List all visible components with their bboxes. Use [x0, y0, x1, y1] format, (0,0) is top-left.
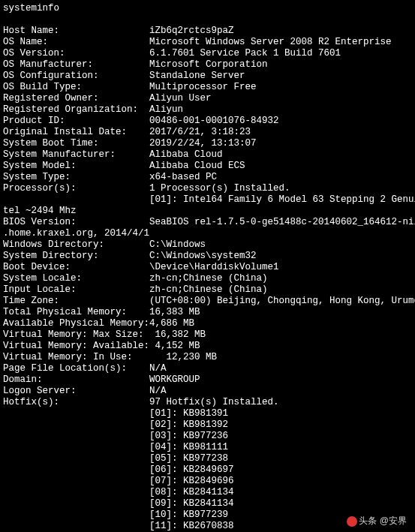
- hotfix-entry: [03]: KB977236: [3, 431, 412, 442]
- info-value: 00486-001-0001076-84932: [149, 116, 279, 127]
- info-row: Virtual Memory: In Use: 12,230 MB: [3, 352, 412, 363]
- info-value: (UTC+08:00) Beijing, Chongqing, Hong Kon…: [149, 296, 415, 307]
- info-label: System Model:: [3, 161, 149, 172]
- info-row: Available Physical Memory:4,686 MB: [3, 318, 412, 329]
- info-value: \Device\HarddiskVolume1: [149, 262, 279, 273]
- info-row: System Boot Time:2019/2/24, 13:13:07: [3, 138, 412, 149]
- watermark-text: 头条 @安界: [359, 515, 407, 526]
- hotfix-entry: [01]: KB981391: [3, 408, 412, 419]
- info-row: OS Build Type:Multiprocessor Free: [3, 82, 412, 93]
- info-label: OS Manufacturer:: [3, 59, 149, 71]
- info-value: Aliyun User: [149, 93, 212, 104]
- info-row: Windows Directory:C:\Windows: [3, 239, 412, 251]
- info-label: Windows Directory:: [3, 239, 149, 251]
- info-row: Input Locale:zh-cn;Chinese (China): [3, 284, 412, 296]
- info-label: Hotfix(s):: [3, 397, 149, 408]
- info-label: Registered Organization:: [3, 104, 149, 116]
- hotfix-list: [01]: KB981391[02]: KB981392[03]: KB9772…: [3, 408, 412, 532]
- info-row: OS Version:6.1.7601 Service Pack 1 Build…: [3, 48, 412, 59]
- info-row: Time Zone:(UTC+08:00) Beijing, Chongqing…: [3, 296, 412, 307]
- info-value: Aliyun: [149, 104, 183, 116]
- info-row: System Manufacturer:Alibaba Cloud: [3, 149, 412, 161]
- info-row: Domain:WORKGROUP: [3, 374, 412, 386]
- info-label: Virtual Memory: In Use:: [3, 352, 149, 363]
- info-row: Product ID:00486-001-0001076-84932: [3, 116, 412, 127]
- info-value: Alibaba Cloud: [149, 149, 223, 161]
- info-label: System Locale:: [3, 273, 149, 284]
- info-label: Virtual Memory: Available:: [3, 341, 149, 352]
- info-value: N/A: [149, 363, 167, 374]
- info-label: OS Configuration:: [3, 71, 149, 82]
- info-value: Alibaba Cloud ECS: [149, 161, 245, 172]
- info-label: Input Locale:: [3, 284, 149, 296]
- info-row: Registered Owner:Aliyun User: [3, 93, 412, 104]
- bios-row: BIOS Version: SeaBIOS rel-1.7.5-0-ge5148…: [3, 217, 412, 228]
- info-value: WORKGROUP: [149, 374, 200, 386]
- info-label: Total Physical Memory:: [3, 307, 149, 318]
- info-row: Total Physical Memory:16,383 MB: [3, 307, 412, 318]
- hotfix-entry: [08]: KB2841134: [3, 487, 412, 498]
- info-value: 4,152 MB: [149, 341, 200, 352]
- info-value: Microsoft Windows Server 2008 R2 Enterpr…: [149, 37, 392, 48]
- watermark: 头条 @安界: [344, 515, 409, 527]
- bios-wrap: .home.kraxel.org, 2014/4/1: [3, 228, 412, 239]
- info-value: Microsoft Corporation: [149, 59, 268, 71]
- hotfix-entry: [05]: KB977238: [3, 453, 412, 464]
- info-value: 2017/6/21, 3:18:23: [149, 127, 251, 138]
- info-label: Processor(s):: [3, 183, 149, 194]
- info-value: Multiprocessor Free: [149, 82, 257, 93]
- info-value: x64-based PC: [149, 172, 217, 183]
- info-value: C:\Windows\system32: [149, 251, 257, 262]
- info-value: zh-cn;Chinese (China): [149, 284, 268, 296]
- systeminfo-output-block2: Windows Directory:C:\WindowsSystem Direc…: [3, 239, 412, 408]
- info-row: Registered Organization:Aliyun: [3, 104, 412, 116]
- bios-value: SeaBIOS rel-1.7.5-0-ge51488c-20140602_16…: [149, 217, 415, 228]
- info-value: 12,230 MB: [149, 352, 217, 363]
- info-row: System Locale:zh-cn;Chinese (China): [3, 273, 412, 284]
- info-value: zh-cn;Chinese (China): [149, 273, 268, 284]
- info-label: Original Install Date:: [3, 127, 149, 138]
- info-row: OS Name:Microsoft Windows Server 2008 R2…: [3, 37, 412, 48]
- info-row: Page File Location(s):N/A: [3, 363, 412, 374]
- hotfix-entry: [02]: KB981392: [3, 419, 412, 431]
- info-label: System Boot Time:: [3, 138, 149, 149]
- info-row: System Model:Alibaba Cloud ECS: [3, 161, 412, 172]
- bios-label: BIOS Version:: [3, 217, 149, 228]
- info-row: Original Install Date:2017/6/21, 3:18:23: [3, 127, 412, 138]
- info-label: Virtual Memory: Max Size:: [3, 329, 149, 341]
- info-label: Available Physical Memory:: [3, 318, 149, 329]
- info-label: Logon Server:: [3, 386, 149, 397]
- info-row: OS Manufacturer:Microsoft Corporation: [3, 59, 412, 71]
- info-row: Processor(s):1 Processor(s) Installed.: [3, 183, 412, 194]
- info-label: System Type:: [3, 172, 149, 183]
- info-label: OS Name:: [3, 37, 149, 48]
- info-value: 4,686 MB: [149, 318, 194, 329]
- info-label: System Manufacturer:: [3, 149, 149, 161]
- tel-line: tel ~2494 Mhz: [3, 206, 412, 217]
- info-row: Hotfix(s):97 Hotfix(s) Installed.: [3, 397, 412, 408]
- info-value: 16,382 MB: [149, 329, 206, 341]
- info-value: 2019/2/24, 13:13:07: [149, 138, 257, 149]
- hotfix-entry: [04]: KB981111: [3, 442, 412, 453]
- info-label: OS Build Type:: [3, 82, 149, 93]
- info-row: Boot Device:\Device\HarddiskVolume1: [3, 262, 412, 273]
- info-value: Standalone Server: [149, 71, 245, 82]
- info-label: Domain:: [3, 374, 149, 386]
- info-value: 1 Processor(s) Installed.: [149, 183, 290, 194]
- info-row: System Type:x64-based PC: [3, 172, 412, 183]
- watermark-avatar-icon: [347, 516, 357, 527]
- info-value: iZb6q2rctcs9paZ: [149, 26, 234, 37]
- info-label: Product ID:: [3, 116, 149, 127]
- info-value: 97 Hotfix(s) Installed.: [149, 397, 279, 408]
- processor-detail: [01]: Intel64 Family 6 Model 63 Stepping…: [3, 194, 412, 206]
- info-value: N/A: [149, 386, 167, 397]
- info-label: System Directory:: [3, 251, 149, 262]
- info-row: System Directory:C:\Windows\system32: [3, 251, 412, 262]
- hotfix-entry: [09]: KB2841134: [3, 498, 412, 509]
- info-row: Logon Server:N/A: [3, 386, 412, 397]
- info-label: Boot Device:: [3, 262, 149, 273]
- info-row: OS Configuration:Standalone Server: [3, 71, 412, 82]
- info-value: 16,383 MB: [149, 307, 200, 318]
- info-label: Page File Location(s):: [3, 363, 149, 374]
- info-label: Registered Owner:: [3, 93, 149, 104]
